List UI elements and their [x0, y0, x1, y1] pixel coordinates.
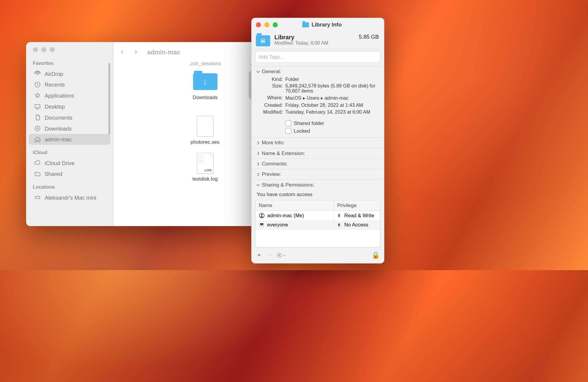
file-label[interactable]: .zsh_sessions — [175, 61, 235, 67]
chevron-right-icon — [256, 172, 260, 176]
file-item-testdisk-log[interactable]: ––––––––––––––––––––LOG testdisk.log — [175, 152, 235, 182]
sidebar-item-label: AirDrop — [45, 71, 63, 77]
file-label: testdisk.log — [192, 176, 218, 182]
close-button[interactable] — [256, 22, 261, 27]
zoom-button[interactable] — [273, 22, 278, 27]
svg-rect-4 — [35, 196, 40, 199]
remove-button[interactable]: － — [267, 251, 274, 258]
back-button[interactable] — [119, 47, 126, 56]
clock-icon — [34, 81, 41, 88]
section-header-name-extension[interactable]: Name & Extension: — [252, 148, 384, 158]
sidebar-item-applications[interactable]: Applications — [29, 90, 111, 101]
sidebar-item-downloads[interactable]: Downloads — [29, 123, 111, 134]
computer-icon — [34, 194, 41, 201]
value-kind: Folder — [285, 77, 379, 82]
chevron-right-icon — [256, 151, 260, 155]
folder-item-downloads[interactable]: ↓ Downloads — [175, 71, 235, 108]
sidebar-item-desktop[interactable]: Desktop — [29, 101, 111, 112]
shared-folder-label: Shared folder — [294, 120, 324, 126]
general-details: Kind: Folder Size: 5,849,242,578 bytes (… — [252, 77, 384, 117]
svg-point-10 — [261, 214, 262, 216]
section-header-preview[interactable]: Preview: — [252, 169, 384, 179]
perm-privilege[interactable]: No Access — [344, 222, 368, 228]
chevron-updown-icon: ▲▼ — [337, 223, 341, 227]
section-header-more-info[interactable]: More Info: — [252, 138, 384, 148]
sidebar-item-recents[interactable]: Recents — [29, 79, 111, 90]
add-button[interactable]: ＋ — [256, 251, 263, 258]
section-title: Name & Extension: — [262, 150, 305, 156]
section-header-general[interactable]: General: — [252, 67, 384, 77]
sidebar-item-label: Shared — [45, 171, 62, 177]
sidebar-item-mac-mini[interactable]: Aleksandr's Mac mini — [29, 192, 111, 203]
svg-point-0 — [37, 73, 38, 75]
download-icon: ↓ — [193, 73, 217, 90]
home-icon — [34, 136, 41, 143]
window-controls — [26, 46, 113, 59]
minimize-button[interactable] — [264, 22, 269, 27]
permission-row[interactable]: everyone ▲▼No Access — [255, 220, 380, 229]
file-item-photorec[interactable]: photorec.ses — [175, 115, 235, 145]
sidebar-item-shared[interactable]: Shared — [29, 168, 111, 179]
window-title: Library Info — [302, 21, 342, 28]
permission-row[interactable]: admin-mac (Me) ▲▼Read & Write — [255, 211, 380, 220]
permissions-actions: ＋ － ☉⌄ 🔒 — [252, 251, 384, 263]
file-label: Downloads — [192, 94, 217, 100]
minimize-button[interactable] — [41, 47, 46, 52]
perm-privilege[interactable]: Read & Write — [344, 213, 374, 219]
value-size: 5,849,242,578 bytes (5.89 GB on disk) fo… — [285, 83, 379, 93]
locked-checkbox[interactable] — [285, 128, 291, 134]
sidebar-scrollbar[interactable] — [108, 63, 111, 135]
action-menu-button[interactable]: ☉⌄ — [278, 251, 284, 258]
applications-icon — [34, 92, 41, 99]
forward-button[interactable] — [132, 47, 139, 56]
label-kind: Kind: — [258, 77, 283, 82]
svg-point-13 — [261, 223, 262, 225]
sidebar-item-label: Downloads — [45, 125, 72, 131]
item-name: Library — [274, 34, 354, 40]
section-general: General: Kind: Folder Size: 5,849,242,57… — [252, 66, 384, 137]
locked-label: Locked — [294, 128, 310, 134]
tags-input[interactable]: Add Tags… — [255, 51, 381, 63]
label-where: Where: — [258, 95, 283, 101]
section-title: Sharing & Permissions: — [262, 182, 314, 188]
shared-folder-icon — [34, 170, 41, 178]
sidebar-section-icloud: iCloud — [26, 148, 113, 157]
locked-row: Locked — [252, 127, 384, 137]
col-header-privilege[interactable]: Privilege — [334, 201, 380, 211]
section-header-comments[interactable]: Comments: — [252, 159, 384, 169]
file-label: photorec.ses — [191, 139, 220, 145]
document-icon — [34, 114, 41, 121]
item-size: 5.85 GB — [359, 34, 379, 40]
sidebar-item-icloud-drive[interactable]: iCloud Drive — [29, 157, 111, 168]
finder-title: admin-mac — [147, 48, 181, 55]
perm-name: admin-mac (Me) — [267, 213, 304, 219]
col-header-name[interactable]: Name — [255, 201, 334, 211]
section-title: Preview: — [262, 171, 281, 177]
sidebar-item-label: Desktop — [45, 103, 65, 109]
permissions-note: You have custom access — [252, 190, 384, 200]
folder-icon — [302, 22, 309, 27]
window-title-label: Library Info — [312, 21, 342, 28]
info-header: 🏛 Library Modified: Today, 6:00 AM 5.85 … — [252, 31, 384, 49]
item-modified-short: Modified: Today, 6:00 AM — [274, 40, 354, 46]
label-size: Size: — [258, 83, 283, 93]
chevron-updown-icon: ▲▼ — [337, 213, 341, 217]
close-button[interactable] — [33, 47, 38, 52]
sidebar-item-airdrop[interactable]: AirDrop — [29, 68, 111, 79]
sidebar-item-documents[interactable]: Documents — [29, 112, 111, 123]
chevron-right-icon — [256, 141, 260, 145]
label-modified: Modified: — [258, 109, 283, 115]
value-modified: Tuesday, February 14, 2023 at 6:00 AM — [285, 109, 379, 115]
sidebar-item-home[interactable]: admin-mac — [29, 134, 111, 145]
section-sharing: Sharing & Permissions: You have custom a… — [252, 179, 384, 263]
shared-folder-row: Shared folder — [252, 120, 384, 127]
desktop-icon — [34, 103, 41, 110]
value-where: MacOS ▸ Users ▸ admin-mac — [285, 95, 379, 101]
sidebar-section-favorites: Favorites — [26, 59, 113, 68]
shared-folder-checkbox[interactable] — [285, 120, 291, 126]
zoom-button[interactable] — [50, 47, 55, 52]
sidebar-item-label: iCloud Drive — [45, 160, 74, 166]
section-title: General: — [262, 69, 281, 75]
section-header-sharing[interactable]: Sharing & Permissions: — [252, 180, 384, 190]
lock-icon[interactable]: 🔒 — [371, 251, 380, 259]
